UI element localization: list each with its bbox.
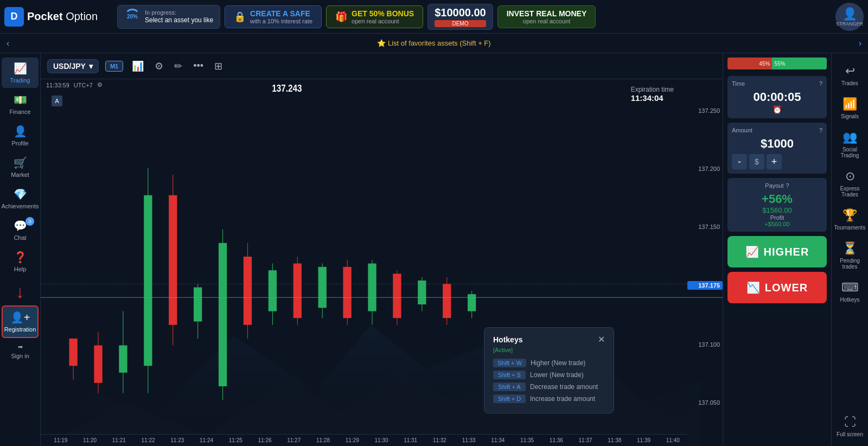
time-label: 11:35 <box>513 437 542 443</box>
registration-button[interactable]: 👤+ Registration <box>2 305 39 338</box>
lower-arrow-icon: 📉 <box>746 281 761 294</box>
invest-sub: open real account <box>507 18 587 24</box>
time-value-display: 00:00:05 <box>732 90 822 104</box>
nav-right-arrow[interactable]: › <box>852 39 868 48</box>
direction-green: 55% <box>772 58 827 69</box>
svg-rect-16 <box>219 243 227 386</box>
create-safe-button[interactable]: 🔒 CREATE A SAFE with a 10% interest rate <box>225 5 322 28</box>
time-label: 11:32 <box>425 437 455 443</box>
fr-item-fullscreen[interactable]: ⛶ Full screen <box>833 411 867 442</box>
more-button[interactable]: ••• <box>191 58 206 74</box>
registration-icon: 👤+ <box>10 311 30 324</box>
sidebar-label-achievements: Achievements <box>1 203 39 209</box>
higher-button[interactable]: 📈 HIGHER <box>727 236 827 267</box>
lower-label: LOWER <box>765 282 808 294</box>
hotkey-d-desc: Increase trade amount <box>530 395 595 403</box>
avatar-button[interactable]: 👤 STRANGER <box>835 3 864 31</box>
indicators-button[interactable]: ⚙ <box>152 58 165 74</box>
hotkey-row-w: Shift + W Higher (New trade) <box>493 359 605 367</box>
signin-button[interactable]: ➡ Sign in <box>2 339 39 364</box>
sidebar-item-trading[interactable]: 📈 Trading <box>2 58 39 88</box>
chat-icon: 💬 <box>14 219 27 232</box>
nav-left-arrow[interactable]: ‹ <box>0 39 16 48</box>
sidebar-label-help: Help <box>14 266 27 272</box>
direction-red: 45% <box>727 58 772 69</box>
progress-button[interactable]: 20% In progress: Select an asset you lik… <box>117 5 220 29</box>
lower-button[interactable]: 📉 LOWER <box>727 272 827 303</box>
invest-button[interactable]: INVEST REAL MONEY open real account <box>497 5 596 28</box>
amount-decrease-button[interactable]: - <box>732 154 747 169</box>
sidebar-item-finance[interactable]: 💵 Finance <box>2 89 39 119</box>
sidebar-label-finance: Finance <box>9 109 30 115</box>
sidebar-item-chat[interactable]: 💬 Chat 3 <box>2 215 39 245</box>
hotkey-a-key: Shift + A <box>493 383 526 391</box>
expiry-label: Expiration time <box>631 86 674 93</box>
chart-toolbar: USD/JPY ▾ M1 📊 ⚙ ✏ ••• ⊞ <box>41 53 723 79</box>
chart-type-button[interactable]: 📊 <box>130 58 146 74</box>
far-right-sidebar: ↩ Trades 📶 Signals 👥 Social Trading ⊙ Ex… <box>831 53 868 446</box>
sidebar-label-profile: Profile <box>11 140 28 146</box>
amount-label-header: Amount ? <box>732 127 822 133</box>
sidebar-item-help[interactable]: ❓ Help <box>2 246 39 277</box>
express-icon: ⊙ <box>845 169 855 183</box>
hotkeys-title: Hotkeys <box>493 335 522 344</box>
timeframe-button[interactable]: M1 <box>105 61 123 72</box>
time-label: 11:21 <box>104 437 133 443</box>
logo-icon: D <box>4 7 24 27</box>
fr-item-hotkeys[interactable]: ⌨ Hotkeys <box>833 276 867 307</box>
fr-item-trades[interactable]: ↩ Trades <box>833 60 867 91</box>
time-labels: 11:19 11:20 11:21 11:22 11:23 11:24 11:2… <box>41 434 687 446</box>
time-section: Time ? 00:00:05 ⏰ <box>727 76 827 118</box>
price-level-3: 137.150 <box>687 224 723 230</box>
fr-item-social[interactable]: 👥 Social Trading <box>833 126 867 163</box>
right-panel: 45% 55% Time ? 00:00:05 ⏰ Amount ? $1000… <box>723 53 831 446</box>
price-level-4: 137.100 <box>687 341 723 348</box>
progress-text: In progress: Select an asset you like <box>145 9 213 25</box>
help-icon-amount: ? <box>819 127 822 133</box>
svg-rect-4 <box>69 339 77 366</box>
price-level-2: 137.200 <box>687 165 723 172</box>
fr-label-social: Social Trading <box>835 146 865 158</box>
asset-selector[interactable]: USD/JPY ▾ <box>47 59 99 73</box>
hotkeys-close-button[interactable]: ✕ <box>598 334 605 345</box>
hotkeys-icon: ⌨ <box>841 281 859 295</box>
svg-rect-32 <box>418 281 426 304</box>
svg-rect-6 <box>94 346 102 383</box>
amount-increase-button[interactable]: + <box>767 154 782 169</box>
time-label: 11:24 <box>192 437 221 443</box>
main-layout: 📈 Trading 💵 Finance 👤 Profile 🛒 Market 💎… <box>0 53 868 446</box>
direction-bar: 45% 55% <box>727 58 827 69</box>
sidebar-item-achievements[interactable]: 💎 Achievements <box>2 183 39 214</box>
fr-item-pending[interactable]: ⏳ Pending trades <box>833 237 867 274</box>
sidebar-label-market: Market <box>11 171 29 178</box>
social-icon: 👥 <box>843 130 857 144</box>
sidebar-item-chat-wrap: 💬 Chat 3 <box>2 215 39 245</box>
expiry-time-display: 11:34:04 <box>631 93 674 103</box>
fr-item-express[interactable]: ⊙ Express Trades <box>833 165 867 202</box>
time-label: 11:34 <box>483 437 513 443</box>
sidebar-item-profile[interactable]: 👤 Profile <box>2 120 39 151</box>
progress-circle: 20% <box>124 9 141 25</box>
time-label: 11:29 <box>337 437 367 443</box>
layout-button[interactable]: ⊞ <box>212 58 225 74</box>
price-level-5: 137.050 <box>687 399 723 406</box>
hotkeys-popup: Hotkeys ✕ [Active] Shift + W Higher (New… <box>484 327 614 413</box>
fr-label-signals: Signals <box>841 113 859 119</box>
bonus-button[interactable]: 🎁 GET 50% BONUS open real account <box>326 5 423 28</box>
time-label: 11:26 <box>250 437 279 443</box>
svg-rect-36 <box>468 294 476 311</box>
invest-title: INVEST REAL MONEY <box>507 9 587 18</box>
fr-item-signals[interactable]: 📶 Signals <box>833 93 867 124</box>
svg-rect-20 <box>269 270 277 311</box>
higher-label: HIGHER <box>764 246 809 258</box>
balance-display: $10000.00 DEMO <box>427 4 493 30</box>
draw-button[interactable]: ✏ <box>172 58 184 74</box>
fullscreen-icon: ⛶ <box>844 415 856 429</box>
time-label: 11:23 <box>163 437 192 443</box>
time-label: 11:38 <box>600 437 629 443</box>
logo-text: Pocket Option <box>27 10 98 23</box>
fr-item-tournaments[interactable]: 🏆 Tournaments <box>833 204 867 235</box>
price-labels: 137.250 137.200 137.150 137.175 137.100 … <box>687 79 723 434</box>
balance-amount: $10000.00 <box>435 7 486 19</box>
sidebar-item-market[interactable]: 🛒 Market <box>2 152 39 182</box>
